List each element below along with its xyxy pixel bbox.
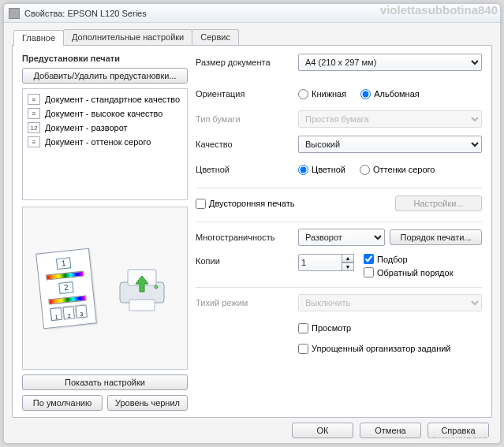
duplex-label: Двусторонняя печать	[209, 199, 294, 208]
client-area: Главное Дополнительные настройки Сервис …	[4, 23, 500, 443]
printer-preview-icon	[114, 262, 170, 315]
printer-icon	[9, 8, 20, 19]
portrait-radio-input[interactable]	[298, 89, 308, 99]
preset-item-standard[interactable]: ≡ Документ - стандартное качество	[24, 92, 185, 106]
presets-list[interactable]: ≡ Документ - стандартное качество ≡ Доку…	[22, 88, 188, 200]
page-layout-preview-icon: 1 2 1 2 3	[35, 248, 97, 329]
preset-label: Документ - высокое качество	[45, 109, 162, 118]
landscape-radio-input[interactable]	[360, 89, 371, 99]
ink-level-button[interactable]: Уровень чернил	[107, 395, 188, 411]
orientation-landscape-radio[interactable]: Альбомная	[360, 89, 420, 99]
duplex-checkbox[interactable]: Двусторонняя печать	[196, 199, 294, 209]
dialog-footer: ОК Отмена Справка	[12, 418, 492, 438]
multipage-select[interactable]: Разворот	[298, 229, 385, 246]
paper-type-select: Простая бумага	[298, 110, 482, 128]
page-number-1: 1	[56, 257, 71, 270]
quality-select[interactable]: Высокий	[298, 136, 482, 153]
copies-spin-up[interactable]: ▲	[342, 254, 354, 263]
tab-main[interactable]: Главное	[13, 30, 64, 46]
divider	[196, 188, 482, 188]
add-remove-presets-button[interactable]: Добавить/Удалить предустановки...	[22, 68, 188, 84]
preview-checkbox[interactable]: Просмотр	[298, 323, 351, 333]
layout-preview: 1 2 1 2 3	[22, 207, 188, 370]
quality-label: Качество	[196, 140, 298, 149]
copies-spinner[interactable]: ▲ ▼	[298, 254, 354, 271]
tab-advanced[interactable]: Дополнительные настройки	[63, 29, 192, 45]
preview-checkbox-input[interactable]	[298, 323, 308, 333]
simple-organizer-checkbox[interactable]: Упрощенный организатор заданий	[298, 344, 451, 354]
ok-button[interactable]: ОК	[292, 423, 353, 438]
grayscale-radio-input[interactable]	[360, 165, 370, 175]
divider	[196, 222, 482, 222]
reverse-order-checkbox[interactable]: Обратный порядок	[364, 267, 453, 278]
reverse-checkbox-input[interactable]	[364, 267, 374, 278]
page-number-2: 2	[58, 281, 73, 294]
quiet-mode-select: Выключить	[298, 294, 482, 311]
multipage-label: Многостраничность	[196, 233, 298, 242]
doc-size-select[interactable]: A4 (210 x 297 мм)	[298, 54, 482, 71]
dialog-window: Свойства: EPSON L120 Series Главное Допо…	[3, 3, 501, 444]
simple-organizer-checkbox-input[interactable]	[298, 344, 308, 354]
left-column: Предустановки печати Добавить/Удалить пр…	[22, 54, 188, 411]
duplex-settings-button: Настройки...	[395, 196, 482, 211]
preset-item-high-quality[interactable]: ≡ Документ - высокое качество	[24, 106, 185, 121]
preview-label: Просмотр	[312, 323, 351, 333]
divider	[196, 287, 482, 288]
collate-label: Подбор	[377, 255, 408, 264]
presets-heading: Предустановки печати	[22, 54, 188, 63]
defaults-button[interactable]: По умолчанию	[22, 395, 103, 411]
right-column: Размер документа A4 (210 x 297 мм) Ориен…	[196, 54, 482, 411]
copies-label: Копии	[196, 254, 298, 266]
orientation-portrait-radio[interactable]: Книжная	[298, 89, 346, 99]
landscape-radio-label: Альбомная	[374, 89, 420, 99]
color-radio-label: Цветной	[312, 165, 345, 174]
preset-label: Документ - оттенок серого	[45, 137, 151, 147]
svg-rect-2	[129, 300, 155, 311]
collate-checkbox-input[interactable]	[364, 254, 374, 264]
tab-panel-main: Предустановки печати Добавить/Удалить пр…	[12, 45, 492, 418]
color-label: Цветной	[196, 165, 298, 174]
preset-label: Документ - стандартное качество	[45, 95, 180, 104]
tiny-pages-icon: 1 2 3	[50, 304, 87, 321]
portrait-radio-label: Книжная	[312, 89, 346, 99]
doc-high-quality-icon: ≡	[28, 108, 40, 119]
simple-organizer-label: Упрощенный организатор заданий	[312, 344, 451, 353]
preset-label: Документ - разворот	[45, 123, 128, 132]
grayscale-radio[interactable]: Оттенки серого	[360, 165, 435, 175]
doc-spread-icon: 12	[28, 122, 40, 133]
paper-type-label: Тип бумаги	[196, 114, 298, 124]
rainbow-bar-icon	[46, 270, 84, 280]
tiny-page-icon: 2	[62, 305, 75, 318]
preset-item-spread[interactable]: 12 Документ - разворот	[24, 121, 185, 135]
tiny-page-icon: 1	[50, 307, 62, 320]
copies-spin-down[interactable]: ▼	[342, 263, 354, 271]
show-settings-button[interactable]: Показать настройки	[22, 374, 188, 390]
watermark-site: IRECOMMEND.RU	[421, 435, 499, 445]
copies-input[interactable]	[298, 254, 342, 271]
doc-grayscale-icon: ≡	[28, 136, 40, 147]
quiet-mode-label: Тихий режим	[196, 298, 298, 307]
print-order-button[interactable]: Порядок печати...	[390, 229, 482, 245]
doc-standard-icon: ≡	[28, 94, 40, 105]
svg-point-3	[155, 285, 158, 289]
collate-checkbox[interactable]: Подбор	[364, 254, 453, 264]
color-radio-input[interactable]	[298, 165, 308, 175]
window-title: Свойства: EPSON L120 Series	[24, 9, 147, 18]
rainbow-bar-icon	[48, 295, 86, 304]
watermark-username: violettasubbotina840	[380, 3, 498, 17]
grayscale-radio-label: Оттенки серого	[373, 165, 435, 174]
reverse-label: Обратный порядок	[377, 268, 453, 278]
cancel-button[interactable]: Отмена	[360, 423, 421, 438]
duplex-checkbox-input[interactable]	[196, 199, 206, 209]
tiny-page-icon: 3	[75, 304, 88, 318]
tab-service[interactable]: Сервис	[192, 29, 239, 45]
preset-item-grayscale[interactable]: ≡ Документ - оттенок серого	[24, 135, 185, 149]
doc-size-label: Размер документа	[196, 58, 298, 67]
tab-strip: Главное Дополнительные настройки Сервис	[13, 29, 492, 45]
color-radio[interactable]: Цветной	[298, 165, 345, 175]
orientation-label: Ориентация	[196, 89, 298, 99]
